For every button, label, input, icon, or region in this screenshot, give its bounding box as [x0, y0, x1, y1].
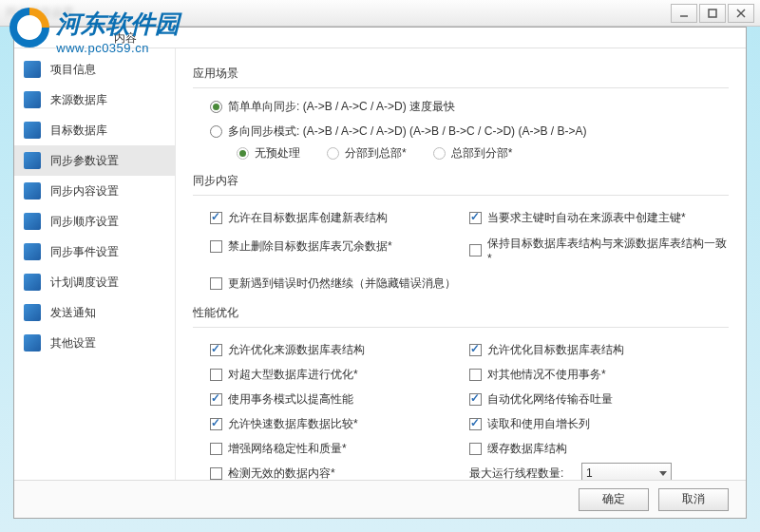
- source-db-icon: [24, 91, 41, 108]
- minimize-button[interactable]: [671, 4, 697, 23]
- window-title: 同步项目设置: [6, 5, 74, 21]
- notify-icon: [24, 304, 41, 321]
- chk-fast-compare[interactable]: 允许快速数据库数据比较*: [210, 413, 469, 434]
- sidebar-item-label: 项目信息: [50, 62, 96, 78]
- dialog-footer: 确定 取消: [14, 480, 746, 518]
- chk-cache-structure[interactable]: 缓存数据库结构: [469, 438, 729, 459]
- radio-branch-to-hq: 分部到总部*: [327, 145, 407, 162]
- chk-opt-network[interactable]: 自动优化网络传输吞吐量: [469, 389, 729, 409]
- dialog-tab-label: 内容: [14, 28, 746, 48]
- sidebar: 项目信息 来源数据库 目标数据库 同步参数设置 同步内容设置 同步顺序设置 同步…: [14, 48, 176, 480]
- target-db-icon: [24, 122, 41, 139]
- other-icon: [24, 334, 41, 352]
- params-icon: [24, 152, 41, 169]
- sidebar-item-sync-params[interactable]: 同步参数设置: [14, 145, 175, 176]
- sidebar-item-other[interactable]: 其他设置: [14, 328, 175, 358]
- threads-label: 最大运行线程数量:: [469, 466, 574, 481]
- radio-hq-to-branch: 总部到分部*: [433, 145, 513, 162]
- sidebar-item-notify[interactable]: 发送通知: [14, 297, 175, 328]
- sidebar-item-label: 其他设置: [50, 335, 96, 352]
- sidebar-item-target-db[interactable]: 目标数据库: [14, 115, 175, 145]
- chk-no-tx-other[interactable]: 对其他情况不使用事务*: [469, 364, 729, 385]
- radio-simple-sync[interactable]: 简单单向同步: (A->B / A->C / A->D) 速度最快: [210, 96, 729, 117]
- sidebar-item-label: 发送通知: [50, 305, 96, 321]
- content-icon: [24, 182, 41, 200]
- sidebar-item-sync-order[interactable]: 同步顺序设置: [14, 206, 175, 237]
- sidebar-item-label: 来源数据库: [50, 92, 107, 108]
- chk-auto-pk[interactable]: 当要求主键时自动在来源表中创建主键*: [469, 207, 729, 228]
- window-titlebar: 同步项目设置: [0, 0, 760, 27]
- sidebar-item-label: 同步事件设置: [50, 244, 119, 260]
- sidebar-item-schedule[interactable]: 计划调度设置: [14, 267, 175, 297]
- close-button[interactable]: [728, 4, 754, 23]
- maximize-button[interactable]: [699, 4, 726, 23]
- chk-keep-structure[interactable]: 保持目标数据库表结构与来源数据库表结构一致*: [469, 236, 729, 265]
- order-icon: [24, 213, 41, 230]
- chk-use-tx[interactable]: 使用事务模式以提高性能: [210, 389, 469, 409]
- sidebar-item-project-info[interactable]: 项目信息: [14, 54, 175, 85]
- sidebar-item-label: 同步参数设置: [50, 153, 119, 169]
- cancel-button[interactable]: 取消: [658, 488, 729, 511]
- radio-multi-sync[interactable]: 多向同步模式: (A->B / A->C / A->D) (A->B / B->…: [210, 121, 729, 142]
- chk-detect-invalid[interactable]: 检测无效的数据内容*: [210, 463, 469, 480]
- chk-autoincrement[interactable]: 读取和使用自增长列: [469, 413, 729, 434]
- sidebar-item-sync-content[interactable]: 同步内容设置: [14, 176, 175, 206]
- chk-no-delete-redundant[interactable]: 禁止删除目标数据库表冗余数据*: [210, 236, 469, 256]
- sidebar-item-sync-events[interactable]: 同步事件设置: [14, 237, 175, 267]
- content-panel: 应用场景 简单单向同步: (A->B / A->C / A->D) 速度最快 多…: [176, 48, 746, 480]
- chk-continue-on-error[interactable]: 更新遇到错误时仍然继续（并隐藏错误消息）: [210, 273, 729, 294]
- group-perf-title: 性能优化: [193, 305, 729, 321]
- group-sync-title: 同步内容: [193, 173, 729, 189]
- chk-net-stable[interactable]: 增强网络稳定性和质量*: [210, 438, 469, 459]
- sidebar-item-label: 目标数据库: [50, 123, 107, 139]
- sidebar-item-label: 计划调度设置: [50, 275, 119, 291]
- sidebar-item-label: 同步顺序设置: [50, 214, 119, 230]
- settings-dialog: 内容 项目信息 来源数据库 目标数据库 同步参数设置 同步内容设置 同步顺序设置…: [13, 27, 747, 519]
- events-icon: [24, 243, 41, 260]
- project-icon: [24, 61, 41, 78]
- svg-rect-1: [709, 10, 716, 17]
- chk-opt-target[interactable]: 允许优化目标数据库表结构: [469, 339, 729, 360]
- chk-opt-source[interactable]: 允许优化来源数据库表结构: [210, 339, 469, 360]
- schedule-icon: [24, 274, 41, 291]
- chevron-down-icon: [659, 471, 667, 476]
- sidebar-item-label: 同步内容设置: [50, 183, 119, 200]
- radio-no-preprocess: 无预处理: [237, 145, 300, 162]
- ok-button[interactable]: 确定: [579, 488, 649, 511]
- chk-create-table[interactable]: 允许在目标数据库创建新表结构: [210, 207, 469, 228]
- group-scene-title: 应用场景: [193, 66, 729, 82]
- sidebar-item-source-db[interactable]: 来源数据库: [14, 85, 175, 115]
- chk-opt-large[interactable]: 对超大型数据库进行优化*: [210, 364, 469, 385]
- threads-select[interactable]: 1: [581, 463, 672, 480]
